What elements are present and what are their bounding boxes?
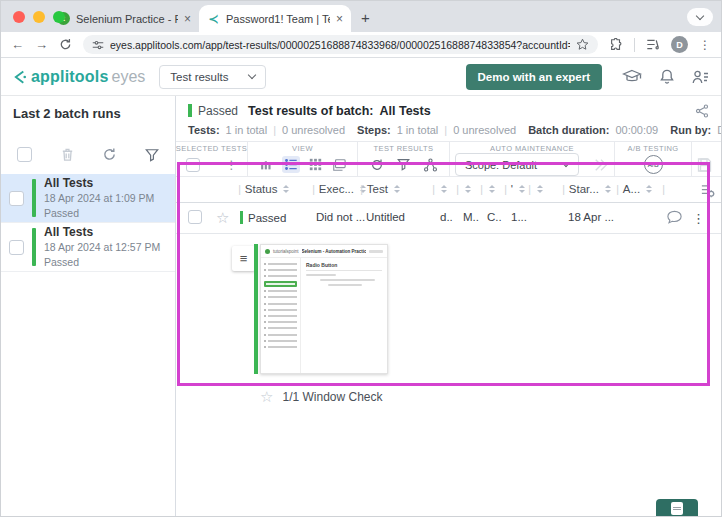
steps-total: 1 in total	[397, 124, 439, 136]
address-bar[interactable]: eyes.applitools.com/app/test-results/000…	[83, 35, 598, 54]
sidebar-title: Last 2 batch runs	[1, 96, 175, 123]
scope-select[interactable]: Scope: Default	[455, 153, 579, 176]
back-icon[interactable]: ←	[11, 38, 24, 51]
minimize-window-button[interactable]	[33, 11, 45, 23]
account-icon[interactable]	[692, 69, 709, 85]
batch-checkbox[interactable]	[9, 191, 24, 206]
select-tests-checkbox[interactable]	[186, 158, 200, 172]
gallery-view-icon[interactable]	[331, 158, 347, 172]
column-n1[interactable]	[432, 183, 447, 195]
bell-icon[interactable]	[659, 68, 675, 85]
batch-status: Passed	[44, 255, 160, 269]
close-window-button[interactable]	[13, 11, 25, 23]
extensions-icon[interactable]	[609, 38, 623, 52]
results-main: Passed Test results of batch: All Tests …	[176, 96, 721, 517]
column-n3[interactable]	[480, 183, 495, 195]
batch-checkbox[interactable]	[9, 240, 24, 255]
column-test[interactable]: Test	[360, 183, 400, 195]
reading-list-icon[interactable]	[646, 38, 660, 51]
filter-icon[interactable]	[145, 148, 159, 162]
filter-results-icon[interactable]	[397, 158, 410, 171]
column-n4[interactable]: '	[504, 183, 525, 195]
trash-icon[interactable]	[60, 147, 75, 162]
chat-widget-button[interactable]	[656, 499, 698, 517]
chart-view-icon[interactable]	[259, 158, 273, 171]
column-assigned[interactable]: A...	[616, 183, 652, 195]
column-exec[interactable]: Exec...	[312, 183, 366, 195]
new-tab-button[interactable]: +	[361, 10, 370, 25]
column-end-sep	[662, 183, 665, 195]
tab-title: Selenium Practice - Radio Bu	[76, 13, 178, 25]
section-label: SELECTED TESTS	[176, 144, 247, 153]
step-thumbnail[interactable]: tutorialspoint Selenium - Automation Pra…	[260, 244, 388, 374]
tab-strip: t Selenium Practice - Radio Bu × ≺ Passw…	[1, 1, 721, 32]
comment-icon[interactable]	[666, 209, 683, 225]
browser-window: t Selenium Practice - Radio Bu × ≺ Passw…	[0, 0, 722, 517]
applitools-logo-icon	[13, 69, 28, 85]
share-icon[interactable]	[695, 104, 709, 118]
refresh-icon[interactable]	[102, 147, 117, 162]
chevron-down-icon	[562, 159, 570, 167]
tab-selenium-practice[interactable]: t Selenium Practice - Radio Bu ×	[49, 5, 199, 32]
row-v3: C..	[487, 211, 502, 223]
column-settings-icon[interactable]	[700, 183, 715, 198]
site-settings-icon[interactable]	[92, 39, 104, 51]
batch-item[interactable]: All Tests 18 Apr 2024 at 12:57 PM Passed	[1, 223, 175, 272]
thumb-logo-text: tutorialspoint	[273, 249, 299, 254]
section-view: VIEW	[248, 142, 358, 176]
zoom-window-button[interactable]	[53, 11, 65, 23]
app-nav-dropdown[interactable]: Test results	[159, 65, 265, 89]
row-v1: d..	[440, 211, 453, 223]
applitools-logo: applitools eyes	[13, 68, 145, 86]
grid-view-icon[interactable]	[309, 158, 322, 171]
column-n2[interactable]	[456, 183, 471, 195]
steps-label: Steps:	[357, 124, 391, 136]
tests-label: Tests:	[188, 124, 220, 136]
section-auto-maintenance: AUTO MAINTENANCE Scope: Default	[450, 142, 615, 176]
refresh-results-icon[interactable]	[370, 158, 384, 172]
step-group-handle[interactable]: ≡	[232, 246, 255, 271]
forward-icon[interactable]: →	[35, 38, 48, 51]
results-toolbar: SELECTED TESTS ⋮ VIEW	[176, 141, 721, 177]
tests-unresolved: 0 unresolved	[282, 124, 345, 136]
runby-label: Run by:	[670, 124, 711, 136]
graduation-cap-icon[interactable]	[622, 68, 642, 85]
column-started[interactable]: Star...	[562, 183, 611, 195]
batch-item[interactable]: All Tests 18 Apr 2024 at 1:09 PM Passed	[1, 174, 175, 223]
tab-close-icon[interactable]: ×	[184, 12, 191, 26]
tab-close-icon[interactable]: ×	[336, 12, 343, 26]
section-label: AUTO MAINTENANCE	[490, 144, 574, 153]
tab-favicon: ≺	[207, 12, 220, 25]
bookmark-star-icon[interactable]	[576, 38, 589, 51]
toolbar-divider	[634, 38, 635, 52]
row-star-icon[interactable]: ☆	[216, 210, 229, 225]
apply-maintenance-icon[interactable]	[593, 158, 609, 172]
row-menu-icon[interactable]: ⋮	[692, 211, 705, 226]
demo-expert-button[interactable]: Demo with an expert	[466, 64, 602, 90]
selected-tests-menu-icon[interactable]: ⋮	[226, 158, 238, 172]
page-content: Last 2 batch runs All Tests 18 Apr 2	[1, 96, 721, 517]
column-status[interactable]: Status	[238, 183, 289, 195]
reload-icon[interactable]	[59, 38, 72, 51]
list-view-icon[interactable]	[282, 156, 300, 173]
tab-search-button[interactable]	[687, 8, 713, 26]
section-label: VIEW	[292, 144, 313, 153]
thumb-page-heading: Radio Button	[306, 262, 382, 268]
step-star-icon[interactable]: ☆	[260, 388, 273, 406]
app-header: applitools eyes Test results Demo with a…	[1, 58, 721, 96]
browser-menu-icon[interactable]: ⋮	[699, 38, 711, 52]
column-n5[interactable]	[528, 183, 543, 195]
branch-icon[interactable]	[423, 158, 438, 172]
select-all-checkbox[interactable]	[17, 147, 32, 162]
tab-test-results[interactable]: ≺ Password1! Team | Test Resul ×	[199, 5, 351, 32]
browser-toolbar: ← → eyes.applitools.com/app/test-results…	[1, 32, 721, 58]
row-exec: Did not ...	[316, 211, 365, 223]
duration-value: 00:00:09	[615, 124, 658, 136]
save-icon[interactable]	[696, 157, 713, 173]
row-checkbox[interactable]	[188, 210, 202, 224]
batch-name: All Tests	[44, 176, 154, 191]
test-result-row[interactable]: ☆ Passed Did not ... Untitled d.. M.. C.…	[176, 203, 721, 234]
profile-avatar[interactable]: D	[671, 36, 688, 53]
ab-testing-icon[interactable]: A/B	[644, 155, 663, 174]
chevron-down-icon	[247, 71, 255, 79]
